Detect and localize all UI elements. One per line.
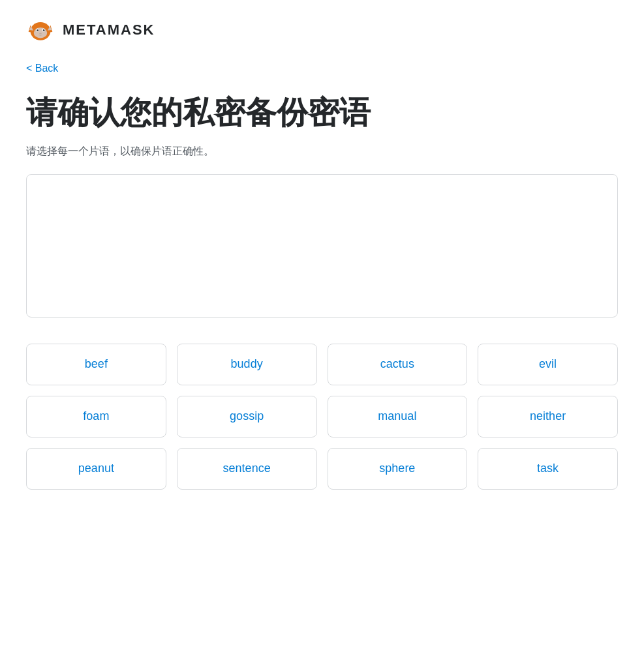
page-subtitle: 请选择每一个片语，以确保片语正确性。 [26, 145, 618, 158]
word-chip-neither[interactable]: neither [478, 396, 618, 437]
word-grid: beef buddy cactus evil foam gossip manua… [26, 344, 618, 490]
page-title: 请确认您的私密备份密语 [26, 94, 618, 132]
svg-point-11 [44, 29, 44, 30]
logo-text: METAMASK [63, 22, 155, 38]
word-chip-buddy[interactable]: buddy [177, 344, 317, 385]
main-content: 请确认您的私密备份密语 请选择每一个片语，以确保片语正确性。 beef budd… [0, 87, 644, 516]
phrase-confirmation-box [26, 174, 618, 318]
word-chip-sentence[interactable]: sentence [177, 448, 317, 490]
svg-point-10 [38, 29, 38, 30]
word-chip-gossip[interactable]: gossip [177, 396, 317, 437]
header: METAMASK [0, 0, 644, 57]
metamask-logo-icon [26, 16, 55, 44]
word-chip-evil[interactable]: evil [478, 344, 618, 385]
word-chip-sphere[interactable]: sphere [328, 448, 468, 490]
word-chip-task[interactable]: task [478, 448, 618, 490]
back-button[interactable]: < Back [0, 57, 84, 87]
word-chip-cactus[interactable]: cactus [328, 344, 468, 385]
word-chip-beef[interactable]: beef [26, 344, 166, 385]
word-chip-manual[interactable]: manual [328, 396, 468, 437]
word-chip-peanut[interactable]: peanut [26, 448, 166, 490]
svg-point-12 [39, 33, 42, 34]
word-chip-foam[interactable]: foam [26, 396, 166, 437]
